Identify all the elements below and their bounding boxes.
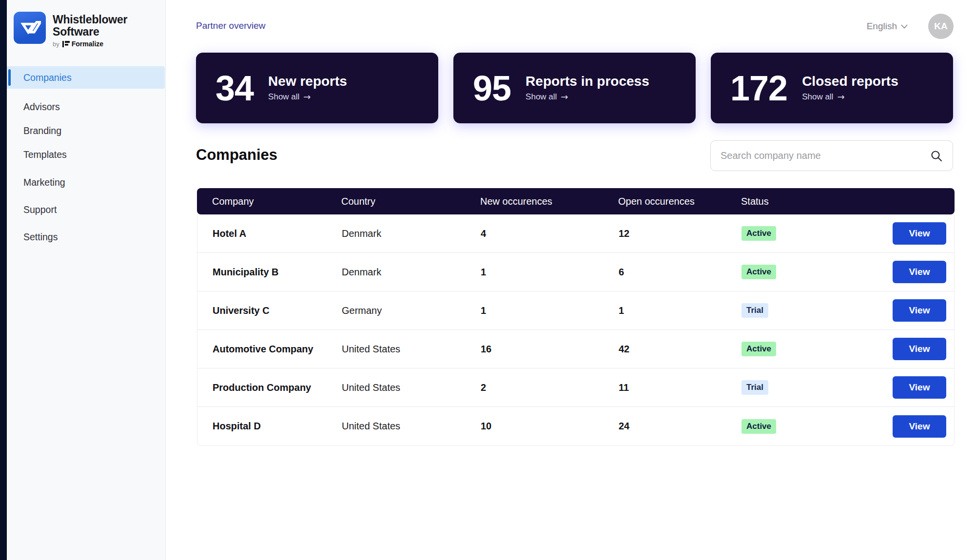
cell-company: Automotive Company bbox=[197, 344, 342, 355]
view-button[interactable]: View bbox=[893, 261, 946, 283]
language-selector[interactable]: English bbox=[867, 21, 908, 32]
stat-label: New reports bbox=[268, 74, 347, 89]
left-edge-strip bbox=[0, 0, 7, 560]
avatar-initials: KA bbox=[934, 21, 947, 32]
companies-table: Company Country New occurences Open occu… bbox=[197, 188, 955, 446]
sidebar-item-label: Settings bbox=[23, 232, 58, 243]
status-badge: Active bbox=[741, 226, 776, 241]
table-row: Municipality B Denmark 1 6 Active View bbox=[197, 253, 954, 291]
column-header-status: Status bbox=[741, 196, 879, 207]
cell-new-occurences: 10 bbox=[481, 421, 619, 432]
cell-company: Municipality B bbox=[197, 267, 342, 278]
show-all-link[interactable]: Show all→ bbox=[268, 92, 347, 102]
search-icon[interactable] bbox=[930, 150, 943, 162]
cell-open-occurences: 42 bbox=[619, 344, 741, 355]
stat-value: 172 bbox=[730, 71, 787, 106]
column-header-new-occurences: New occurences bbox=[480, 196, 618, 207]
arrow-right-icon: → bbox=[303, 92, 311, 102]
sidebar-nav: Companies Advisors Branding Templates Ma… bbox=[7, 66, 166, 320]
status-badge: Active bbox=[741, 265, 776, 279]
sidebar-item-label: Marketing bbox=[23, 177, 65, 188]
column-header-company: Company bbox=[197, 196, 341, 207]
stat-card-new-reports: 34 New reports Show all→ bbox=[196, 53, 438, 123]
language-label: English bbox=[867, 21, 897, 32]
column-header-country: Country bbox=[341, 196, 480, 207]
cell-country: Germany bbox=[342, 305, 481, 316]
cell-open-occurences: 12 bbox=[619, 228, 741, 239]
brand-by-label: by bbox=[53, 40, 59, 48]
cell-new-occurences: 2 bbox=[481, 382, 619, 393]
whistleblower-logo-icon bbox=[14, 12, 46, 44]
show-all-label: Show all bbox=[268, 92, 299, 102]
show-all-link[interactable]: Show all→ bbox=[526, 92, 649, 102]
cell-new-occurences: 1 bbox=[481, 305, 619, 316]
status-badge: Trial bbox=[741, 303, 768, 318]
arrow-right-icon: → bbox=[561, 92, 568, 102]
formalize-icon bbox=[62, 41, 70, 47]
show-all-label: Show all bbox=[526, 92, 557, 102]
brand-name-line2: Software bbox=[53, 26, 127, 38]
stat-card-closed-reports: 172 Closed reports Show all→ bbox=[711, 53, 953, 123]
sidebar-item-label: Support bbox=[23, 204, 57, 215]
breadcrumb[interactable]: Partner overview bbox=[196, 20, 266, 31]
table-row: Hospital D United States 10 24 Active Vi… bbox=[197, 407, 954, 445]
view-button[interactable]: View bbox=[893, 415, 946, 438]
cell-company: University C bbox=[197, 305, 342, 316]
sidebar-item-label: Advisors bbox=[23, 101, 60, 113]
brand-logo: Whistleblower Software by Formalize bbox=[14, 12, 127, 48]
sidebar-item-label: Templates bbox=[23, 149, 67, 160]
cell-open-occurences: 24 bbox=[619, 421, 741, 432]
sidebar-item-marketing[interactable]: Marketing bbox=[7, 172, 165, 193]
status-badge: Trial bbox=[741, 380, 768, 395]
stat-value: 95 bbox=[473, 71, 511, 106]
brand-by-name: Formalize bbox=[72, 40, 103, 48]
cell-open-occurences: 1 bbox=[619, 305, 741, 316]
sidebar-item-support[interactable]: Support bbox=[7, 199, 165, 220]
stat-label: Closed reports bbox=[802, 74, 898, 89]
main-content: Partner overview English KA 34 New repor… bbox=[166, 0, 975, 560]
stat-value: 34 bbox=[215, 71, 254, 106]
sidebar-item-advisors[interactable]: Advisors bbox=[7, 97, 165, 117]
avatar[interactable]: KA bbox=[928, 14, 954, 39]
brand-text: Whistleblower Software by Formalize bbox=[53, 12, 127, 48]
show-all-link[interactable]: Show all→ bbox=[802, 92, 898, 102]
cell-new-occurences: 16 bbox=[481, 344, 619, 355]
view-button[interactable]: View bbox=[893, 338, 946, 360]
show-all-label: Show all bbox=[802, 92, 833, 102]
sidebar: Whistleblower Software by Formalize Comp… bbox=[7, 0, 166, 560]
sidebar-item-branding[interactable]: Branding bbox=[7, 120, 165, 141]
view-button[interactable]: View bbox=[893, 376, 946, 399]
sidebar-item-companies[interactable]: Companies bbox=[7, 66, 165, 89]
cell-new-occurences: 1 bbox=[481, 267, 619, 278]
brand-name-line1: Whistleblower bbox=[53, 14, 127, 26]
table-row: Production Company United States 2 11 Tr… bbox=[197, 368, 954, 407]
company-search bbox=[710, 140, 953, 171]
sidebar-item-templates[interactable]: Templates bbox=[7, 144, 165, 165]
cell-country: United States bbox=[342, 382, 481, 393]
column-header-open-occurences: Open occurences bbox=[618, 196, 741, 207]
page-title: Companies bbox=[196, 146, 277, 164]
table-body: Hotel A Denmark 4 12 Active View Municip… bbox=[197, 214, 955, 446]
cell-new-occurences: 4 bbox=[481, 228, 619, 239]
table-row: Automotive Company United States 16 42 A… bbox=[197, 330, 954, 368]
status-badge: Active bbox=[741, 419, 776, 434]
cell-country: Denmark bbox=[342, 228, 481, 239]
sidebar-item-settings[interactable]: Settings bbox=[7, 227, 165, 247]
cell-country: United States bbox=[342, 344, 481, 355]
chevron-down-icon bbox=[901, 24, 908, 29]
table-row: Hotel A Denmark 4 12 Active View bbox=[197, 214, 954, 253]
table-header: Company Country New occurences Open occu… bbox=[197, 188, 955, 214]
stat-cards: 34 New reports Show all→ 95 Reports in p… bbox=[196, 53, 953, 123]
sidebar-item-label: Branding bbox=[23, 125, 61, 136]
view-button[interactable]: View bbox=[893, 222, 946, 245]
search-input[interactable] bbox=[721, 150, 930, 161]
cell-open-occurences: 6 bbox=[619, 267, 741, 278]
sidebar-item-label: Companies bbox=[23, 72, 72, 83]
cell-country: Denmark bbox=[342, 267, 481, 278]
status-badge: Active bbox=[741, 342, 776, 356]
view-button[interactable]: View bbox=[893, 299, 946, 322]
stat-card-reports-in-process: 95 Reports in process Show all→ bbox=[453, 53, 696, 123]
cell-company: Hotel A bbox=[197, 228, 342, 239]
cell-company: Production Company bbox=[197, 382, 342, 393]
stat-label: Reports in process bbox=[526, 74, 649, 89]
